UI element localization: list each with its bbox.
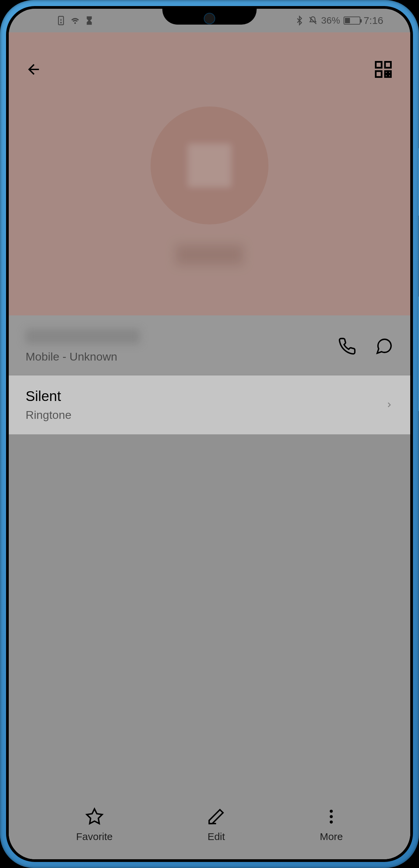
hourglass-icon xyxy=(84,16,94,26)
contact-name xyxy=(176,245,243,265)
svg-rect-9 xyxy=(385,74,388,77)
svg-rect-7 xyxy=(385,71,388,74)
more-label: More xyxy=(320,831,343,842)
svg-rect-8 xyxy=(388,74,391,77)
sim-alert-icon xyxy=(56,16,66,26)
chevron-right-icon xyxy=(385,401,393,409)
star-icon xyxy=(85,807,104,826)
battery-icon xyxy=(344,17,360,25)
edit-label: Edit xyxy=(207,831,225,842)
silent-icon xyxy=(308,16,318,26)
contact-header xyxy=(9,32,410,315)
qr-code-button[interactable] xyxy=(373,59,393,80)
svg-point-2 xyxy=(61,22,61,23)
ringtone-label: Ringtone xyxy=(26,408,71,422)
ringtone-value: Silent xyxy=(26,388,71,404)
wifi-icon xyxy=(70,16,80,26)
bottom-toolbar: Favorite Edit xyxy=(9,797,410,849)
phone-bezel: 36% 7:16 xyxy=(6,6,413,862)
svg-rect-6 xyxy=(376,71,382,77)
more-button[interactable]: More xyxy=(320,807,343,842)
ringtone-row[interactable]: Silent Ringtone xyxy=(9,375,410,434)
call-button[interactable] xyxy=(338,337,356,355)
contact-avatar[interactable] xyxy=(151,106,268,224)
back-button[interactable] xyxy=(26,61,42,78)
svg-point-13 xyxy=(330,815,333,818)
battery-percent: 36% xyxy=(321,15,340,26)
svg-point-12 xyxy=(330,810,333,813)
svg-point-14 xyxy=(330,820,333,824)
more-vertical-icon xyxy=(322,807,341,826)
edit-button[interactable]: Edit xyxy=(207,807,225,842)
phone-frame: 36% 7:16 xyxy=(0,0,419,868)
favorite-button[interactable]: Favorite xyxy=(76,807,112,842)
phone-number-row[interactable]: Mobile - Unknown xyxy=(9,315,410,375)
screen: 36% 7:16 xyxy=(9,9,410,859)
content-spacer xyxy=(9,434,410,859)
pencil-icon xyxy=(207,807,225,826)
message-button[interactable] xyxy=(375,337,393,355)
svg-rect-10 xyxy=(388,71,391,74)
bluetooth-icon xyxy=(294,16,304,26)
phone-type-label: Mobile - Unknown xyxy=(26,350,140,363)
screen-notch xyxy=(162,6,257,25)
phone-number xyxy=(26,329,140,344)
favorite-label: Favorite xyxy=(76,831,112,842)
status-time: 7:16 xyxy=(364,15,383,26)
svg-rect-4 xyxy=(376,62,382,68)
svg-rect-5 xyxy=(385,62,391,68)
